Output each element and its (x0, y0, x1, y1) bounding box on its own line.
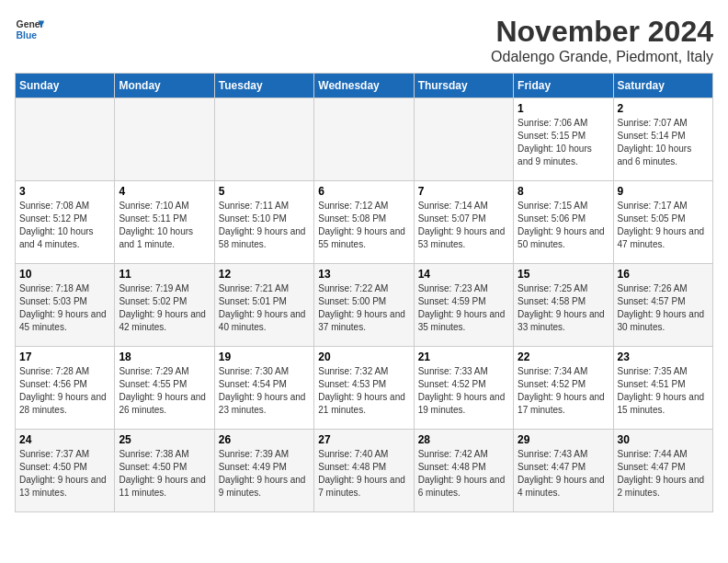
day-cell: 28Sunrise: 7:42 AM Sunset: 4:48 PM Dayli… (414, 430, 513, 512)
day-number: 8 (518, 185, 609, 198)
day-cell: 24Sunrise: 7:37 AM Sunset: 4:50 PM Dayli… (16, 430, 115, 512)
day-info: Sunrise: 7:37 AM Sunset: 4:50 PM Dayligh… (19, 448, 110, 500)
day-info: Sunrise: 7:33 AM Sunset: 4:52 PM Dayligh… (418, 365, 509, 417)
day-info: Sunrise: 7:42 AM Sunset: 4:48 PM Dayligh… (418, 448, 509, 500)
day-cell: 6Sunrise: 7:12 AM Sunset: 5:08 PM Daylig… (314, 181, 414, 264)
day-number: 20 (318, 350, 409, 363)
day-cell: 25Sunrise: 7:38 AM Sunset: 4:50 PM Dayli… (115, 430, 214, 512)
month-title: November 2024 (491, 15, 713, 49)
week-row-5: 24Sunrise: 7:37 AM Sunset: 4:50 PM Dayli… (16, 430, 713, 512)
day-info: Sunrise: 7:43 AM Sunset: 4:47 PM Dayligh… (518, 448, 609, 500)
logo-icon: General Blue (15, 15, 44, 44)
day-number: 13 (318, 268, 409, 281)
day-number: 19 (219, 350, 310, 363)
day-number: 11 (119, 268, 210, 281)
location-title: Odalengo Grande, Piedmont, Italy (491, 49, 713, 65)
day-info: Sunrise: 7:11 AM Sunset: 5:10 PM Dayligh… (219, 200, 310, 251)
day-cell: 19Sunrise: 7:30 AM Sunset: 4:54 PM Dayli… (214, 347, 313, 430)
day-info: Sunrise: 7:35 AM Sunset: 4:51 PM Dayligh… (618, 365, 709, 417)
day-cell (115, 98, 214, 181)
day-info: Sunrise: 7:29 AM Sunset: 4:55 PM Dayligh… (119, 365, 210, 417)
week-row-4: 17Sunrise: 7:28 AM Sunset: 4:56 PM Dayli… (16, 347, 713, 430)
day-cell: 9Sunrise: 7:17 AM Sunset: 5:05 PM Daylig… (613, 181, 712, 264)
svg-text:Blue: Blue (17, 30, 38, 40)
day-info: Sunrise: 7:08 AM Sunset: 5:12 PM Dayligh… (19, 200, 110, 251)
day-cell: 13Sunrise: 7:22 AM Sunset: 5:00 PM Dayli… (314, 264, 414, 347)
day-number: 7 (418, 185, 509, 198)
day-info: Sunrise: 7:07 AM Sunset: 5:14 PM Dayligh… (618, 117, 709, 168)
day-cell: 14Sunrise: 7:23 AM Sunset: 4:59 PM Dayli… (414, 264, 513, 347)
day-cell: 5Sunrise: 7:11 AM Sunset: 5:10 PM Daylig… (214, 181, 313, 264)
day-info: Sunrise: 7:44 AM Sunset: 4:47 PM Dayligh… (618, 448, 709, 500)
day-cell: 2Sunrise: 7:07 AM Sunset: 5:14 PM Daylig… (613, 98, 712, 181)
day-cell: 21Sunrise: 7:33 AM Sunset: 4:52 PM Dayli… (414, 347, 513, 430)
weekday-header-wednesday: Wednesday (314, 74, 414, 98)
day-number: 30 (618, 433, 709, 446)
day-number: 22 (518, 350, 609, 363)
day-info: Sunrise: 7:10 AM Sunset: 5:11 PM Dayligh… (119, 200, 210, 251)
day-info: Sunrise: 7:26 AM Sunset: 4:57 PM Dayligh… (618, 282, 709, 334)
day-cell: 16Sunrise: 7:26 AM Sunset: 4:57 PM Dayli… (613, 264, 712, 347)
day-info: Sunrise: 7:21 AM Sunset: 5:01 PM Dayligh… (219, 282, 310, 334)
day-cell: 7Sunrise: 7:14 AM Sunset: 5:07 PM Daylig… (414, 181, 513, 264)
day-cell (314, 98, 414, 181)
day-info: Sunrise: 7:06 AM Sunset: 5:15 PM Dayligh… (518, 117, 609, 168)
day-number: 24 (19, 433, 110, 446)
week-row-1: 1Sunrise: 7:06 AM Sunset: 5:15 PM Daylig… (16, 98, 713, 181)
day-number: 16 (618, 268, 709, 281)
weekday-header-monday: Monday (115, 74, 214, 98)
week-row-3: 10Sunrise: 7:18 AM Sunset: 5:03 PM Dayli… (16, 264, 713, 347)
week-row-2: 3Sunrise: 7:08 AM Sunset: 5:12 PM Daylig… (16, 181, 713, 264)
weekday-header-row: SundayMondayTuesdayWednesdayThursdayFrid… (16, 74, 713, 98)
day-cell: 27Sunrise: 7:40 AM Sunset: 4:48 PM Dayli… (314, 430, 414, 512)
day-number: 26 (219, 433, 310, 446)
day-cell: 10Sunrise: 7:18 AM Sunset: 5:03 PM Dayli… (16, 264, 115, 347)
day-number: 10 (19, 268, 110, 281)
day-number: 29 (518, 433, 609, 446)
day-number: 9 (618, 185, 709, 198)
weekday-header-friday: Friday (514, 74, 613, 98)
day-info: Sunrise: 7:40 AM Sunset: 4:48 PM Dayligh… (318, 448, 409, 500)
day-cell: 1Sunrise: 7:06 AM Sunset: 5:15 PM Daylig… (514, 98, 613, 181)
day-number: 27 (318, 433, 409, 446)
day-number: 2 (618, 102, 709, 115)
day-number: 4 (119, 185, 210, 198)
weekday-header-thursday: Thursday (414, 74, 513, 98)
day-cell: 23Sunrise: 7:35 AM Sunset: 4:51 PM Dayli… (613, 347, 712, 430)
header: General Blue November 2024 Odalengo Gran… (15, 15, 713, 65)
day-cell: 18Sunrise: 7:29 AM Sunset: 4:55 PM Dayli… (115, 347, 214, 430)
day-number: 3 (19, 185, 110, 198)
day-cell: 15Sunrise: 7:25 AM Sunset: 4:58 PM Dayli… (514, 264, 613, 347)
day-info: Sunrise: 7:34 AM Sunset: 4:52 PM Dayligh… (518, 365, 609, 417)
day-info: Sunrise: 7:30 AM Sunset: 4:54 PM Dayligh… (219, 365, 310, 417)
day-cell: 26Sunrise: 7:39 AM Sunset: 4:49 PM Dayli… (214, 430, 313, 512)
day-number: 17 (19, 350, 110, 363)
day-info: Sunrise: 7:12 AM Sunset: 5:08 PM Dayligh… (318, 200, 409, 251)
logo: General Blue (15, 15, 44, 44)
day-cell (16, 98, 115, 181)
day-cell: 29Sunrise: 7:43 AM Sunset: 4:47 PM Dayli… (514, 430, 613, 512)
calendar-table: SundayMondayTuesdayWednesdayThursdayFrid… (15, 73, 713, 512)
day-number: 15 (518, 268, 609, 281)
day-info: Sunrise: 7:14 AM Sunset: 5:07 PM Dayligh… (418, 200, 509, 251)
day-number: 28 (418, 433, 509, 446)
day-number: 14 (418, 268, 509, 281)
day-number: 18 (119, 350, 210, 363)
day-info: Sunrise: 7:28 AM Sunset: 4:56 PM Dayligh… (19, 365, 110, 417)
day-cell: 20Sunrise: 7:32 AM Sunset: 4:53 PM Dayli… (314, 347, 414, 430)
day-info: Sunrise: 7:38 AM Sunset: 4:50 PM Dayligh… (119, 448, 210, 500)
day-info: Sunrise: 7:22 AM Sunset: 5:00 PM Dayligh… (318, 282, 409, 334)
day-number: 21 (418, 350, 509, 363)
day-cell (214, 98, 313, 181)
day-cell: 17Sunrise: 7:28 AM Sunset: 4:56 PM Dayli… (16, 347, 115, 430)
day-cell: 30Sunrise: 7:44 AM Sunset: 4:47 PM Dayli… (613, 430, 712, 512)
weekday-header-saturday: Saturday (613, 74, 712, 98)
day-cell: 8Sunrise: 7:15 AM Sunset: 5:06 PM Daylig… (514, 181, 613, 264)
day-number: 25 (119, 433, 210, 446)
day-info: Sunrise: 7:17 AM Sunset: 5:05 PM Dayligh… (618, 200, 709, 251)
day-info: Sunrise: 7:18 AM Sunset: 5:03 PM Dayligh… (19, 282, 110, 334)
day-cell: 11Sunrise: 7:19 AM Sunset: 5:02 PM Dayli… (115, 264, 214, 347)
day-cell: 4Sunrise: 7:10 AM Sunset: 5:11 PM Daylig… (115, 181, 214, 264)
day-info: Sunrise: 7:15 AM Sunset: 5:06 PM Dayligh… (518, 200, 609, 251)
weekday-header-sunday: Sunday (16, 74, 115, 98)
